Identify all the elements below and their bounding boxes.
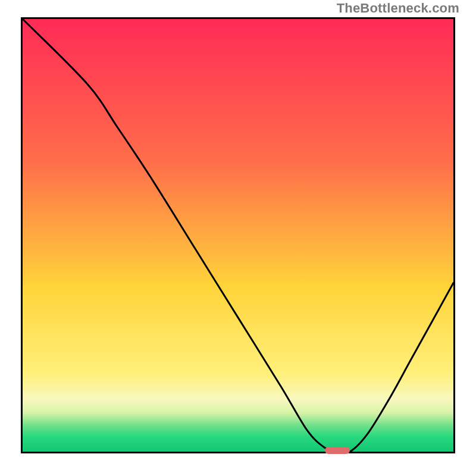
- optimum-marker: [325, 447, 350, 454]
- chart-frame: TheBottleneck.com: [0, 0, 476, 476]
- bottleneck-curve: [23, 19, 453, 452]
- plot-area: [21, 17, 455, 453]
- watermark-text: TheBottleneck.com: [337, 2, 459, 15]
